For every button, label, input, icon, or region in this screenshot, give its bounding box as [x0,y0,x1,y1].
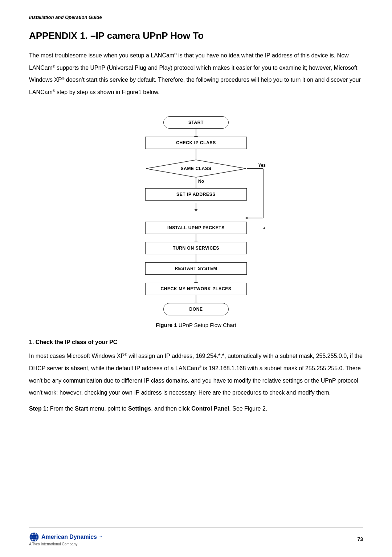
tm-mark: ™ [99,535,102,539]
flowchart-same-class: Same Class [145,159,247,178]
flowchart-start: Start [163,116,229,129]
flowchart-check-network: Check My Network Places [145,283,247,295]
flowchart-restart-system: Restart System [145,262,247,275]
arrow-1 [196,129,196,137]
subsection-1-body: In most cases Microsoft Windows XP® will… [29,350,363,399]
arrow-install-turn [196,234,196,242]
sub1-text1: In most cases Microsoft Windows XP [29,353,124,359]
registered-mark-4: ® [53,89,55,92]
footer: American Dynamics™ A Tyco International … [29,527,363,546]
same-class-label: Same Class [181,166,212,171]
footer-logo-sub: A Tyco International Company [29,542,77,546]
step-1-label: Step 1: [29,405,48,412]
step-1-text-from: From the [48,405,75,412]
arrow-check-done [196,295,196,303]
section-title: APPENDIX 1. –IP camera UPnP How To [29,30,363,41]
figure-caption: Figure 1 UPnP Setup Flow Chart [156,322,236,328]
arrow-turn-restart [196,254,196,262]
flowchart: Start Check IP Class Same Class [120,116,272,315]
step-1-settings-bold: Settings [128,405,151,412]
step-1-text4: . See Figure 2. [229,405,267,412]
yes-label: Yes [258,163,266,168]
body-text-1e: step by step as shown in Figure1 below. [55,89,160,95]
registered-mark-6: ® [199,365,201,369]
step-1-text: Step 1: From the Start menu, point to Se… [29,403,363,415]
logo-icon [29,532,39,542]
step-1-text2: menu, point to [88,405,128,412]
registered-mark-5: ® [124,353,127,356]
footer-page-number: 73 [357,536,363,542]
flowchart-turn-on-services: Turn On Services [145,242,247,254]
flowchart-set-ip: Set IP Address [145,188,247,201]
flowchart-check-ip-class: Check IP Class [145,137,247,149]
footer-logo-text: American Dynamics [41,534,97,540]
body-paragraph: The most troublesome issue when you setu… [29,49,363,98]
footer-logo: American Dynamics™ A Tyco International … [29,532,102,546]
arrow-restart-check [196,275,196,283]
yes-branch-area: Same Class Yes No [120,149,272,222]
footer-logo-main: American Dynamics™ [29,532,102,542]
page: Installation and Operation Guide APPENDI… [0,0,392,557]
subsection-1-title: 1. Check the IP class of your PC [29,339,363,346]
step-1-start-bold: Start [75,405,88,412]
install-upnp-wrapper: Install UPnP Packets ◄ [120,222,272,234]
registered-mark-2: ® [53,64,55,68]
registered-mark-1: ® [174,52,177,56]
step-1-text3: , and then click [151,405,191,412]
no-label: No [198,179,204,184]
header-label: Installation and Operation Guide [29,15,363,20]
svg-marker-4 [245,217,248,219]
body-text-1: The most troublesome issue when you setu… [29,52,174,58]
figure-caption-bold: Figure 1 [156,322,177,328]
flowchart-install-upnp: Install UPnP Packets [145,222,247,234]
step-1-control-bold: Control Panel [191,405,229,412]
figure-caption-text: UPnP Setup Flow Chart [177,322,236,328]
flowchart-done: Done [163,303,229,315]
